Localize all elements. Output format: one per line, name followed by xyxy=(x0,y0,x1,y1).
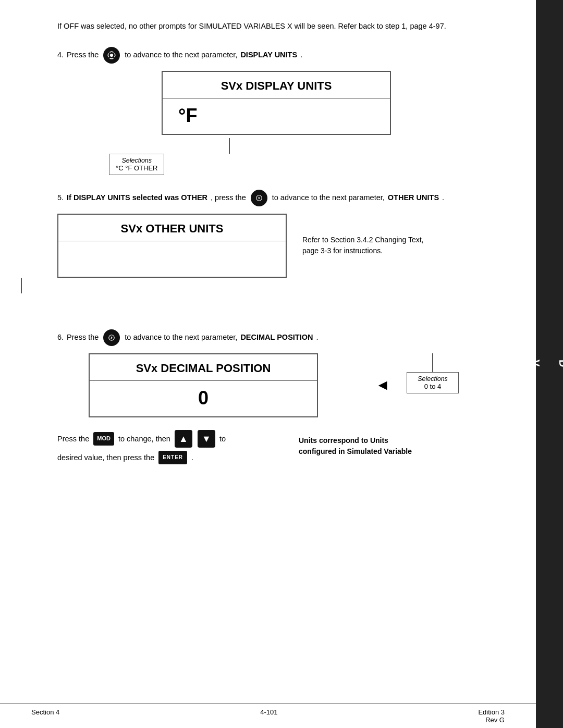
step5-bold-prefix: If DISPLAY UNITS selected was OTHER xyxy=(67,192,207,204)
step6-text: 6. Press the to advance to the next para… xyxy=(57,329,495,346)
step5-prefix: , press the xyxy=(211,192,246,204)
step5-number: 5. xyxy=(57,192,64,204)
decimal-position-value: 0 xyxy=(90,381,317,416)
press-line-2: desired value, then press the ENTER . xyxy=(57,451,226,464)
step5-suffix: . xyxy=(442,192,444,204)
decimal-position-box: SVx DECIMAL POSITION 0 xyxy=(89,353,318,417)
units-note: Units correspond to Units configured in … xyxy=(299,430,413,457)
display-units-box: SVx DISPLAY UNITS °F xyxy=(162,71,391,135)
step4-suffix: . xyxy=(300,49,302,61)
down-arrow-button[interactable]: ▼ xyxy=(198,430,215,448)
footer-edition: Edition 3 xyxy=(478,708,505,716)
footer-right: Edition 3 Rev G xyxy=(478,708,505,724)
advance-button-5[interactable] xyxy=(251,190,267,206)
up-arrow-button[interactable]: ▲ xyxy=(175,430,192,448)
footer-rev: Rev G xyxy=(478,716,505,724)
step4-param-name: DISPLAY UNITS xyxy=(240,49,297,61)
sidebar: S I M U L A T E D X V A R I A B L E S xyxy=(536,0,563,728)
display-units-section: SVx DISPLAY UNITS °F Selections °C °F OT… xyxy=(57,71,495,175)
step-4: 4. Press the to advance to the next para… xyxy=(57,47,495,175)
step5-suffix-pre: to advance to the next parameter, xyxy=(272,192,385,204)
step6-suffix-pre: to advance to the next parameter, xyxy=(125,331,237,343)
step5-param-name: OTHER UNITS xyxy=(388,192,439,204)
enter-button[interactable]: ENTER xyxy=(158,451,187,464)
step-6: 6. Press the to advance to the next para… xyxy=(57,329,495,467)
decimal-selections-container: Selections 0 to 4 xyxy=(407,353,459,393)
step5-text: 5. If DISPLAY UNITS selected was OTHER ,… xyxy=(57,190,495,206)
display-units-value: °F xyxy=(163,98,390,134)
step6-instructions: Press the MOD to change, then ▲ ▼ to des… xyxy=(57,430,226,467)
other-units-left: SVx OTHER UNITS Selections Text xyxy=(57,214,287,315)
step4-text: 4. Press the to advance to the next para… xyxy=(57,47,495,64)
advance-button-6[interactable] xyxy=(103,329,120,346)
footer-center: 4-101 xyxy=(260,708,277,724)
other-units-box: SVx OTHER UNITS xyxy=(57,214,287,278)
step6-number: 6. xyxy=(57,331,64,343)
step6-param-name: DECIMAL POSITION xyxy=(240,331,313,343)
step4-prefix: Press the xyxy=(67,49,99,61)
display-units-selections: Selections °C °F OTHER xyxy=(109,154,164,175)
other-units-title: SVx OTHER UNITS xyxy=(58,215,286,241)
press-line-1: Press the MOD to change, then ▲ ▼ to xyxy=(57,430,226,448)
other-units-value xyxy=(58,241,286,277)
step6-prefix: Press the xyxy=(67,331,99,343)
decimal-arrow: ◄ xyxy=(375,378,390,392)
footer-left: Section 4 xyxy=(31,708,59,724)
step4-number: 4. xyxy=(57,49,64,61)
mod-button[interactable]: MOD xyxy=(93,432,114,446)
intro-text: If OFF was selected, no other prompts fo… xyxy=(57,21,485,32)
decimal-selections: Selections 0 to 4 xyxy=(407,372,459,393)
other-units-section: SVx OTHER UNITS Selections Text Refer to… xyxy=(57,214,495,315)
step-5: 5. If DISPLAY UNITS selected was OTHER ,… xyxy=(57,190,495,315)
step4-suffix-pre: to advance to the next parameter, xyxy=(125,49,237,61)
decimal-position-title: SVx DECIMAL POSITION xyxy=(90,354,317,381)
display-units-title: SVx DISPLAY UNITS xyxy=(163,72,390,98)
footer: Section 4 4-101 Edition 3 Rev G xyxy=(0,704,536,728)
other-units-refer: Refer to Section 3.4.2 Changing Text, pa… xyxy=(302,235,438,256)
step6-suffix: . xyxy=(316,331,318,343)
advance-button-4[interactable] xyxy=(103,47,120,64)
